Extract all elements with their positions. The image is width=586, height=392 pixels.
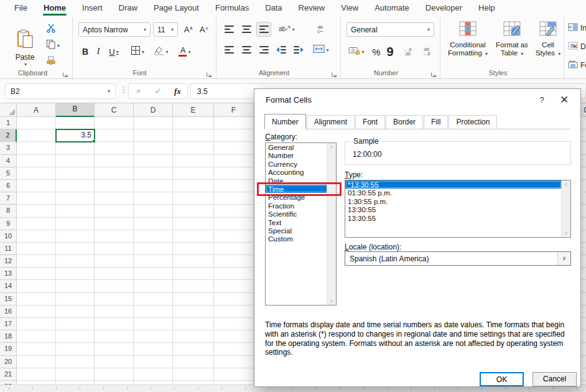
cell-E8[interactable]	[173, 205, 214, 217]
cell-D9[interactable]	[134, 218, 173, 230]
scroll-down-icon[interactable]: ∨	[327, 298, 336, 304]
cancel-button[interactable]: Cancel	[533, 372, 577, 386]
decrease-decimal-button[interactable]: .00→.0	[418, 44, 434, 60]
cell-F1[interactable]	[214, 117, 254, 129]
row-header-13[interactable]: 13	[0, 268, 17, 280]
row-header-3[interactable]: 3	[0, 142, 17, 154]
underline-button[interactable]: U▾	[105, 44, 123, 60]
cell-C7[interactable]	[95, 192, 134, 205]
cell-C18[interactable]	[95, 330, 134, 343]
dialog-tab-border[interactable]: Border	[386, 115, 423, 129]
cell-C4[interactable]	[95, 155, 134, 167]
cell-C19[interactable]	[95, 343, 134, 355]
category-item-number[interactable]: Number	[266, 151, 328, 159]
cell-E11[interactable]	[173, 243, 214, 255]
category-item-percentage[interactable]: Percentage	[266, 193, 328, 201]
cell-styles-button[interactable]: CellStyles ▾	[533, 19, 564, 77]
cell-F14[interactable]	[214, 280, 254, 292]
cell-D6[interactable]	[134, 180, 173, 192]
name-box[interactable]: B2 ▾	[5, 83, 116, 99]
cell-F17[interactable]	[214, 318, 254, 330]
scroll-up-icon[interactable]: ∧	[562, 182, 570, 187]
scroll-down-icon[interactable]: ∨	[562, 230, 570, 236]
cell-A13[interactable]	[17, 268, 56, 280]
cell-E17[interactable]	[173, 318, 214, 330]
cell-A16[interactable]	[17, 306, 56, 318]
bold-button[interactable]: B	[79, 44, 91, 60]
cell-D1[interactable]	[134, 117, 173, 129]
wrap-text-button[interactable]: abc↩	[311, 22, 330, 37]
cell-E6[interactable]	[173, 180, 214, 192]
ribbon-tab-view[interactable]: View	[333, 0, 366, 16]
cell-E10[interactable]	[173, 230, 214, 243]
accounting-format-button[interactable]: ▾	[346, 44, 367, 60]
cell-B5[interactable]	[56, 167, 95, 180]
row-header-9[interactable]: 9	[0, 218, 17, 230]
cell-E21[interactable]	[173, 368, 214, 381]
row-header-17[interactable]: 17	[0, 318, 17, 330]
cell-D14[interactable]	[134, 280, 173, 292]
cell-E16[interactable]	[173, 306, 214, 318]
cell-B12[interactable]	[56, 255, 95, 268]
cell-D19[interactable]	[134, 343, 173, 355]
category-item-accounting[interactable]: Accounting	[266, 168, 328, 176]
cell-B2[interactable]: 3.5	[56, 129, 95, 142]
type-scrollbar[interactable]: ∧ ∨	[561, 180, 570, 237]
cell-D13[interactable]	[134, 268, 173, 280]
cut-button[interactable]	[44, 21, 70, 37]
cell-D21[interactable]	[134, 368, 173, 381]
ribbon-tab-file[interactable]: File	[6, 0, 35, 16]
insert-cells-button[interactable]: Insert	[568, 21, 586, 35]
type-item[interactable]: 01:30:55 p.m.	[345, 189, 561, 197]
cell-E1[interactable]	[173, 117, 214, 129]
ribbon-tab-help[interactable]: Help	[470, 0, 503, 16]
align-left-button[interactable]	[221, 42, 236, 57]
cell-D18[interactable]	[134, 330, 173, 343]
cell-C9[interactable]	[95, 218, 134, 230]
fill-handle[interactable]	[92, 139, 96, 143]
formula-bar-drag-handle[interactable]: ⋮	[119, 85, 128, 94]
cell-A6[interactable]	[17, 180, 56, 192]
cell-C12[interactable]	[95, 255, 134, 268]
cell-C10[interactable]	[95, 230, 134, 243]
cell-C13[interactable]	[95, 268, 134, 280]
row-header-10[interactable]: 10	[0, 230, 17, 243]
clipboard-dialog-launcher-icon[interactable]	[62, 69, 69, 76]
cell-B16[interactable]	[56, 306, 95, 318]
increase-indent-button[interactable]	[291, 42, 306, 57]
row-header-16[interactable]: 16	[0, 306, 17, 318]
paste-button[interactable]: Paste ▾	[10, 20, 40, 76]
cell-D10[interactable]	[134, 230, 173, 243]
ribbon-tab-draw[interactable]: Draw	[111, 0, 146, 16]
format-painter-button[interactable]	[44, 54, 70, 70]
decrease-indent-button[interactable]	[274, 42, 289, 57]
cell-B17[interactable]	[56, 318, 95, 330]
cell-C17[interactable]	[95, 318, 134, 330]
cancel-entry-button[interactable]: ×	[129, 84, 148, 98]
ribbon-tab-automate[interactable]: Automate	[366, 0, 417, 16]
category-item-custom[interactable]: Custom	[266, 235, 328, 243]
column-header-f[interactable]: F	[214, 103, 254, 117]
cell-A19[interactable]	[17, 343, 56, 355]
ribbon-tab-formulas[interactable]: Formulas	[207, 0, 257, 16]
dialog-help-button[interactable]: ?	[536, 95, 548, 108]
cell-D16[interactable]	[134, 306, 173, 318]
cell-F6[interactable]	[214, 180, 254, 192]
type-item[interactable]: *13:30:55	[345, 180, 561, 189]
cell-A12[interactable]	[17, 255, 56, 268]
cell-C21[interactable]	[95, 368, 134, 381]
font-name-combo[interactable]: Aptos Narrow ▾	[78, 22, 151, 37]
category-item-text[interactable]: Text	[266, 218, 328, 226]
cell-D15[interactable]	[134, 293, 173, 306]
increase-font-size-button[interactable]: A∧	[181, 22, 196, 37]
cell-E7[interactable]	[173, 192, 214, 205]
row-header-5[interactable]: 5	[0, 167, 17, 180]
cell-C1[interactable]	[95, 117, 134, 129]
cell-F9[interactable]	[214, 218, 254, 230]
type-item[interactable]: 13:30:55	[345, 214, 561, 222]
cell-B3[interactable]	[56, 142, 95, 154]
cell-E12[interactable]	[173, 255, 214, 268]
copy-button[interactable]: ▾	[44, 37, 70, 54]
cell-A4[interactable]	[17, 155, 56, 167]
cell-F20[interactable]	[214, 356, 254, 368]
